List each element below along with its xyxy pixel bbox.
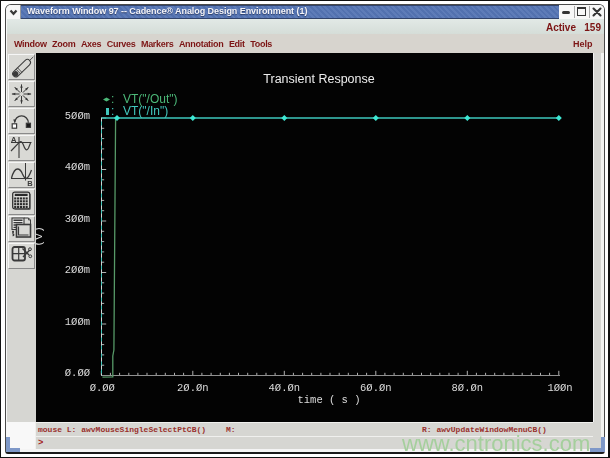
svg-text:2Ø.Øn: 2Ø.Øn [177,382,209,394]
svg-text:time ( s ): time ( s ) [297,394,360,406]
svg-text:1ØØn: 1ØØn [547,382,572,394]
svg-text:B: B [27,179,33,188]
svg-text:3ØØm: 3ØØm [65,213,90,225]
svg-text::: : [111,104,114,118]
svg-text:VT("/In"): VT("/In") [123,104,168,118]
svg-text:2ØØm: 2ØØm [65,264,90,276]
svg-text:A: A [11,136,17,144]
svg-text:Transient Response: Transient Response [263,72,374,86]
svg-text:4Ø.Øn: 4Ø.Øn [269,382,301,394]
svg-text:Ø.ØØ: Ø.ØØ [90,382,115,394]
svg-text:5ØØm: 5ØØm [65,110,90,122]
svg-text:6Ø.Øn: 6Ø.Øn [360,382,392,394]
svg-text:1ØØm: 1ØØm [65,316,90,328]
svg-text:4ØØm: 4ØØm [65,161,90,173]
svg-text:Ø.ØØ: Ø.ØØ [65,367,90,379]
svg-text:(V): (V) [36,226,45,247]
svg-text:8Ø.Øn: 8Ø.Øn [452,382,484,394]
